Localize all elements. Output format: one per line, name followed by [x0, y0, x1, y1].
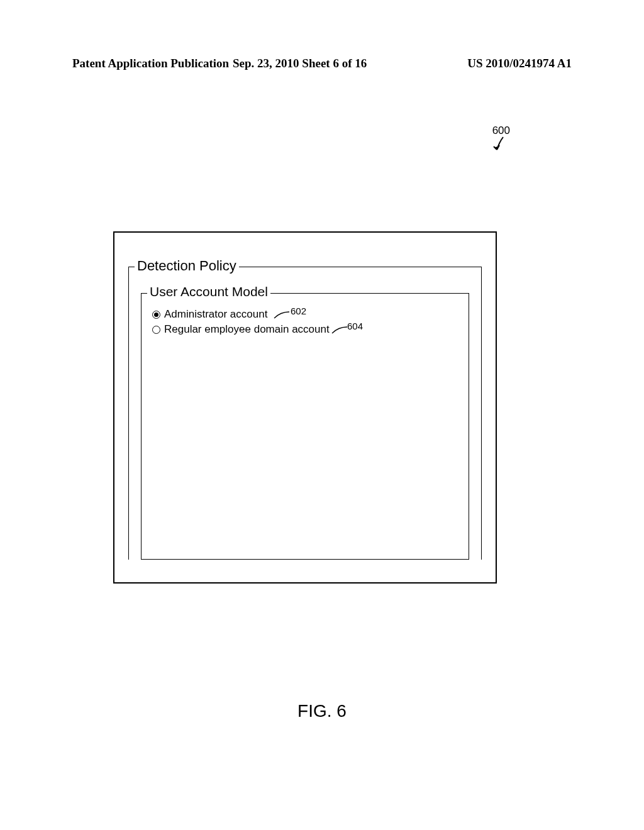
callout-number-602: 602: [291, 306, 306, 316]
callout-leader-icon: [331, 326, 348, 337]
figure-reference-arrow-icon: [492, 136, 507, 155]
radio-label: Administrator account: [164, 308, 267, 321]
header-publication: Patent Application Publication: [72, 57, 229, 70]
figure-reference-number: 600: [492, 124, 510, 137]
radio-label: Regular employee domain account: [164, 323, 330, 336]
radio-button-icon[interactable]: [152, 326, 160, 334]
radio-button-icon[interactable]: [152, 311, 160, 319]
callout-leader-icon: [273, 311, 291, 322]
radio-option-administrator[interactable]: Administrator account: [152, 308, 267, 321]
radio-option-regular-employee[interactable]: Regular employee domain account: [152, 323, 330, 336]
user-account-model-group: User Account Model Administrator account…: [141, 284, 469, 560]
user-account-model-legend: User Account Model: [147, 284, 270, 299]
header-date-sheet: Sep. 23, 2010 Sheet 6 of 16: [233, 57, 367, 70]
dialog-window: Detection Policy User Account Model Admi…: [113, 231, 497, 584]
callout-number-604: 604: [347, 321, 363, 331]
header-patent-number: US 2010/0241974 A1: [467, 57, 572, 70]
patent-header: Patent Application Publication Sep. 23, …: [0, 57, 644, 70]
detection-policy-legend: Detection Policy: [135, 258, 239, 274]
figure-label: FIG. 6: [0, 701, 644, 721]
detection-policy-group: Detection Policy User Account Model Admi…: [128, 258, 482, 560]
